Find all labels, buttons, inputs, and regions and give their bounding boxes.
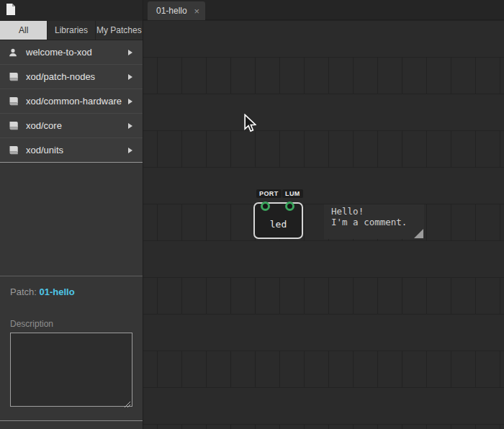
pin-label-port: PORT xyxy=(256,189,282,198)
chevron-right-icon[interactable] xyxy=(128,148,132,153)
chevron-right-icon[interactable] xyxy=(128,74,132,80)
sidebar-toolbar xyxy=(0,0,143,21)
book-icon xyxy=(7,96,19,107)
sidebar-item-label: xod/common-hardware xyxy=(26,96,128,107)
sidebar: All Libraries My Patches welcome-to-xod xyxy=(0,0,143,429)
book-icon xyxy=(7,71,19,83)
pin-lum[interactable] xyxy=(285,202,294,211)
pin-port[interactable] xyxy=(261,202,270,211)
tab-all[interactable]: All xyxy=(0,21,48,40)
chevron-right-icon[interactable] xyxy=(128,123,132,129)
description-field-wrap xyxy=(10,333,132,407)
sidebar-item-welcome-to-xod[interactable]: welcome-to-xod xyxy=(0,40,143,65)
sidebar-item-label: welcome-to-xod xyxy=(26,47,128,58)
tab-libraries-label: Libraries xyxy=(55,25,88,35)
comment-line: Hello! xyxy=(331,206,424,217)
description-textarea[interactable] xyxy=(10,333,132,407)
sidebar-item-xod-common-hardware[interactable]: xod/common-hardware xyxy=(0,89,143,114)
node-label: led xyxy=(270,219,287,230)
sidebar-item-xod-patch-nodes[interactable]: xod/patch-nodes xyxy=(0,65,143,89)
sidebar-footer xyxy=(0,420,143,429)
sidebar-item-label: xod/core xyxy=(26,120,128,131)
chevron-right-icon[interactable] xyxy=(128,50,132,55)
editor-tabbar: 01-hello × xyxy=(143,0,504,20)
editor-tab-label: 01-hello xyxy=(156,6,187,16)
user-icon xyxy=(7,47,19,58)
book-icon xyxy=(7,145,19,156)
patch-info-panel: Patch: 01-hello Description xyxy=(0,276,143,420)
mouse-cursor-icon xyxy=(243,114,256,135)
xod-ide-window: All Libraries My Patches welcome-to-xod xyxy=(0,0,504,429)
patch-label: Patch: xyxy=(10,286,37,297)
close-icon[interactable]: × xyxy=(194,6,199,16)
project-browser-list: welcome-to-xod xod/patch-nodes xyxy=(0,40,143,163)
browser-tabs: All Libraries My Patches xyxy=(0,21,143,40)
resize-handle-icon[interactable] xyxy=(414,229,423,238)
sidebar-item-xod-units[interactable]: xod/units xyxy=(0,138,143,163)
description-label: Description xyxy=(10,319,132,329)
sidebar-item-label: xod/units xyxy=(26,145,128,155)
tab-my-patches-label: My Patches xyxy=(96,25,142,35)
tab-all-label: All xyxy=(19,25,28,35)
pin-label-lum: LUM xyxy=(282,189,303,198)
document-icon[interactable] xyxy=(6,3,16,19)
patch-canvas[interactable]: PORT LUM led Hello! I'm a comment. xyxy=(143,20,504,429)
sidebar-item-label: xod/patch-nodes xyxy=(26,71,128,82)
book-icon xyxy=(7,120,19,132)
patch-label-line: Patch: 01-hello xyxy=(10,286,132,297)
comment-box[interactable]: Hello! I'm a comment. xyxy=(324,204,424,239)
sidebar-item-xod-core[interactable]: xod/core xyxy=(0,114,143,138)
tab-libraries[interactable]: Libraries xyxy=(48,21,95,40)
sidebar-empty-area xyxy=(0,163,143,276)
editor-tab-01-hello[interactable]: 01-hello × xyxy=(148,1,205,20)
chevron-right-icon[interactable] xyxy=(128,99,132,104)
tab-my-patches[interactable]: My Patches xyxy=(96,21,143,40)
patch-name: 01-hello xyxy=(39,286,74,297)
comment-line: I'm a comment. xyxy=(331,217,424,227)
